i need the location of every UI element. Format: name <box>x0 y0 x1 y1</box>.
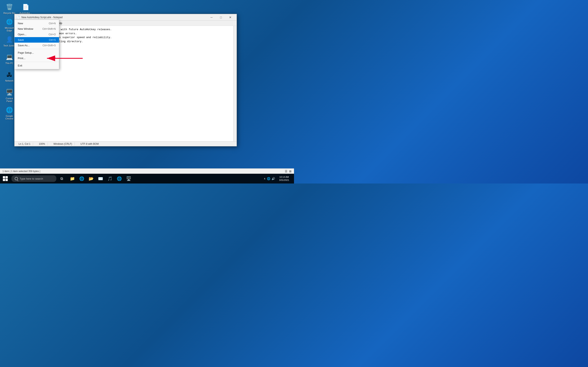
desktop-icon-recycle-bin[interactable]: 🗑️ Recycle Bin <box>2 2 17 15</box>
notepad-title: New AutoHotkey Script.ahk - Notepad <box>21 16 207 19</box>
tray-chevron[interactable]: ∧ <box>264 177 266 180</box>
search-icon <box>15 177 18 180</box>
this-pc-icon: 💻 <box>5 53 13 61</box>
control-panel-label: Control Panel <box>3 97 16 103</box>
recycle-bin-icon: 🗑️ <box>5 3 13 11</box>
taskbar-mail[interactable]: ✉️ <box>96 174 105 183</box>
menu-save[interactable]: Save Ctrl+S <box>15 37 59 43</box>
explorer-statusbar: 1 item | 1 item selected 359 bytes | ☰ ⊞ <box>0 168 294 174</box>
start-button[interactable] <box>0 174 11 184</box>
status-position: Ln 1, Col 1 <box>16 142 33 145</box>
menu-print[interactable]: Print... Ctrl+P <box>15 55 59 61</box>
show-desktop-button[interactable] <box>292 174 292 183</box>
chrome-icon: 🌐 <box>5 106 13 114</box>
chrome-label: Google Chrome <box>3 115 16 120</box>
titlebar-controls: ─ □ ✕ <box>207 14 235 21</box>
menu-page-setup-label: Page Setup... <box>18 51 34 54</box>
status-zoom: 100% <box>36 142 48 145</box>
menu-exit[interactable]: Exit <box>15 63 59 68</box>
taskbar-right: ∧ 🌐 🔊 10:14 AM 3/31/2021 <box>262 174 294 183</box>
menu-exit-label: Exit <box>18 64 22 67</box>
desktop-icon-autohotkey[interactable]: 📄 AutoHotke... <box>18 2 33 15</box>
menu-new-shortcut: Ctrl+N <box>49 22 56 25</box>
menu-open[interactable]: Open... Ctrl+O <box>15 32 59 37</box>
recycle-bin-label: Recycle Bin <box>3 12 15 15</box>
taskbar-file-explorer2[interactable]: 📂 <box>86 174 95 183</box>
edge-icon: 🌐 <box>5 18 13 26</box>
task-view-button[interactable]: ⧉ <box>57 174 66 183</box>
notepad-scrollbar[interactable] <box>233 26 237 141</box>
menu-new-window[interactable]: New Window Ctrl+Shift+N <box>15 26 59 32</box>
system-tray: ∧ 🌐 🔊 <box>262 177 277 180</box>
tech-junkie-label: Tech Junkie <box>3 44 15 47</box>
taskbar-edge[interactable]: 🌐 <box>77 174 86 183</box>
taskbar-spotify[interactable]: 🎵 <box>105 174 114 183</box>
taskbar-clock[interactable]: 10:14 AM 3/31/2021 <box>277 175 291 182</box>
tray-volume-icon[interactable]: 🔊 <box>272 177 275 180</box>
network-icon: 🖧 <box>5 71 13 79</box>
menu-new-window-shortcut: Ctrl+Shift+N <box>43 27 56 30</box>
list-view-icon[interactable]: ☰ <box>285 170 287 173</box>
menu-new[interactable]: New Ctrl+N <box>15 21 59 26</box>
menu-save-as-label: Save As... <box>18 44 30 47</box>
menu-open-shortcut: Ctrl+O <box>49 33 56 36</box>
autohotkey-icon: 📄 <box>22 3 30 11</box>
taskbar-powershell[interactable]: 🖥️ <box>124 174 133 183</box>
menu-save-as[interactable]: Save As... Ctrl+Shift+S <box>15 43 59 48</box>
taskbar-apps: 📁 🌐 📂 ✉️ 🎵 🌐 🖥️ <box>68 174 133 183</box>
notepad-statusbar: Ln 1, Col 1 100% Windows (CRLF) UTF-8 wi… <box>15 141 237 146</box>
menu-new-label: New <box>18 22 23 25</box>
menu-open-label: Open... <box>18 33 26 36</box>
windows-logo-icon <box>3 176 8 181</box>
clock-time: 10:14 AM <box>279 175 289 179</box>
minimize-button[interactable]: ─ <box>207 14 216 21</box>
menu-save-as-shortcut: Ctrl+Shift+S <box>43 44 56 47</box>
edge-label: Microsoft Edge <box>3 27 16 32</box>
search-placeholder: Type here to search <box>20 177 43 180</box>
this-pc-label: This PC <box>5 62 13 65</box>
control-panel-icon: 🖥️ <box>5 88 13 96</box>
status-encoding: UTF-8 with BOM <box>78 142 101 145</box>
close-button[interactable]: ✕ <box>226 14 235 21</box>
file-menu-dropdown: New Ctrl+N New Window Ctrl+Shift+N Open.… <box>14 20 59 69</box>
network-label: Network <box>5 80 13 82</box>
menu-save-shortcut: Ctrl+S <box>49 39 56 42</box>
tech-junkie-icon: 👤 <box>5 35 13 44</box>
menu-print-label: Print... <box>18 57 26 60</box>
status-line-ending: Windows (CRLF) <box>51 142 75 145</box>
taskbar-search[interactable]: Type here to search <box>11 175 56 182</box>
notepad-icon: 📄 <box>16 16 20 19</box>
menu-page-setup[interactable]: Page Setup... <box>15 50 59 55</box>
tray-network-icon: 🌐 <box>267 177 270 180</box>
taskbar-chrome[interactable]: 🌐 <box>115 174 124 183</box>
menu-save-label: Save <box>18 38 24 42</box>
taskbar-file-explorer[interactable]: 📁 <box>68 174 77 183</box>
menu-print-shortcut: Ctrl+P <box>49 57 56 60</box>
menu-new-window-label: New Window <box>18 27 33 30</box>
view-toggle: ☰ ⊞ <box>285 170 292 173</box>
explorer-status-text: 1 item | 1 item selected 359 bytes | <box>2 170 40 173</box>
taskbar: Type here to search ⧉ 📁 🌐 📂 ✉️ 🎵 🌐 🖥️ ∧ … <box>0 174 294 184</box>
grid-view-icon[interactable]: ⊞ <box>289 170 292 173</box>
clock-date: 3/31/2021 <box>279 179 289 182</box>
maximize-button[interactable]: □ <box>216 14 226 21</box>
